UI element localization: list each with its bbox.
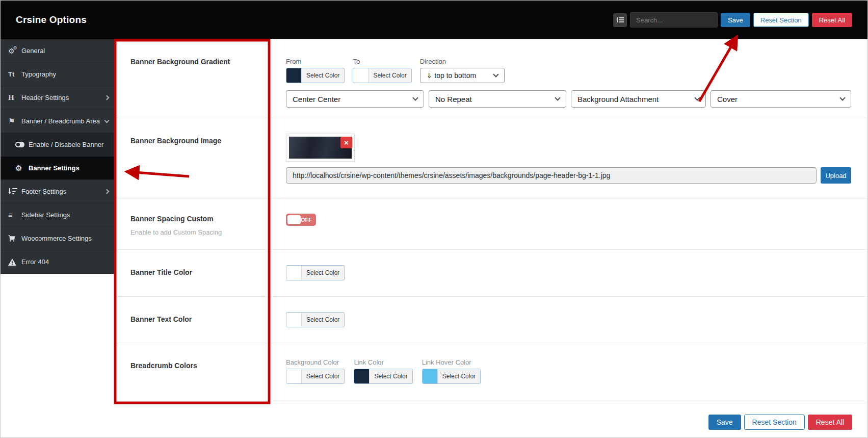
image-thumbnail: × — [286, 134, 355, 162]
chevron-right-icon — [104, 189, 110, 194]
chevron-down-icon — [412, 95, 418, 100]
color-swatch — [354, 369, 370, 383]
sidebar-item-header-settings[interactable]: H Header Settings — [1, 86, 115, 110]
background-attachment-select[interactable]: Background Attachment — [571, 90, 706, 108]
reset-all-button-bottom[interactable]: Reset All — [808, 415, 852, 430]
field-label: Banner Background Gradient — [130, 58, 286, 66]
chevron-right-icon — [104, 95, 110, 100]
chevron-down-icon — [493, 71, 498, 77]
selected-value: Background Attachment — [577, 95, 659, 104]
hamburger-lines-icon: ≡ — [8, 211, 21, 219]
row-breadcrumb-colors: Breadcrumb Colors Background Color Selec… — [115, 343, 867, 403]
banner-text-color-picker[interactable]: Select Color — [286, 312, 345, 327]
chevron-down-icon — [104, 118, 110, 123]
breadcrumb-color-groups: Background Color Select Color Link Color… — [286, 358, 851, 385]
sidebar-item-label: Footer Settings — [21, 188, 66, 195]
selected-value: Center Center — [293, 95, 340, 104]
gradient-to-group: To Select Color — [353, 58, 411, 85]
row-banner-background-gradient: Banner Background Gradient From Select C… — [115, 39, 867, 118]
toggle-knob — [287, 215, 301, 224]
color-swatch — [286, 313, 302, 327]
sub-field-label: Link Color — [354, 358, 412, 366]
gears-icon: ⚙⚙ — [8, 47, 21, 55]
gradient-from-group: From Select Color — [286, 58, 345, 85]
breadcrumb-link-hover-color-picker[interactable]: Select Color — [422, 369, 481, 384]
breadcrumb-link-color-picker[interactable]: Select Color — [354, 369, 412, 384]
sidebar-item-label: General — [21, 47, 45, 55]
gradient-from-color-picker[interactable]: Select Color — [286, 68, 345, 83]
breadcrumb-link-hover-color-group: Link Hover Color Select Color — [422, 358, 481, 385]
select-color-button: Select Color — [302, 313, 344, 327]
gradient-to-color-picker[interactable]: Select Color — [353, 68, 411, 83]
typography-icon: Tt — [8, 70, 21, 78]
field-label: Banner Text Color — [130, 315, 286, 323]
selected-value: No Repeat — [435, 95, 472, 104]
field-label: Breadcrumb Colors — [130, 362, 286, 370]
gradient-direction-select[interactable]: ⇓ top to bottom — [420, 68, 505, 83]
sidebar-item-error-404[interactable]: Error 404 — [1, 250, 115, 274]
reset-section-button-bottom[interactable]: Reset Section — [744, 415, 805, 430]
chevron-down-icon — [839, 95, 845, 100]
sidebar-item-label: Banner / Breadcrumb Area — [21, 117, 100, 125]
sub-field-label: Link Hover Color — [422, 358, 481, 366]
header-h-icon: H — [8, 93, 21, 102]
image-url-input[interactable] — [286, 167, 817, 184]
from-label: From — [286, 58, 345, 65]
color-swatch — [353, 68, 369, 83]
color-swatch — [286, 369, 302, 383]
search-input[interactable] — [630, 12, 718, 28]
sidebar-item-label: Header Settings — [21, 94, 69, 101]
field-label: Banner Title Color — [130, 268, 286, 276]
sidebar-item-label: Typography — [21, 70, 56, 78]
sidebar-item-general[interactable]: ⚙⚙ General — [1, 39, 115, 63]
row-banner-title-color: Banner Title Color Select Color — [115, 250, 867, 297]
reset-all-button-top[interactable]: Reset All — [812, 13, 852, 27]
sidebar-item-footer-settings[interactable]: Footer Settings — [1, 180, 115, 203]
breadcrumb-background-color-picker[interactable]: Select Color — [286, 369, 345, 384]
flag-icon: ⚑ — [8, 117, 21, 126]
upload-button[interactable]: Upload — [821, 167, 851, 184]
expand-options-button[interactable] — [613, 13, 627, 27]
select-color-button: Select Color — [370, 369, 412, 383]
image-url-row: Upload — [286, 167, 851, 184]
sidebar-item-enable-disable-banner[interactable]: Enable / Disabele Banner — [1, 133, 115, 157]
sidebar-item-typography[interactable]: Tt Typography — [1, 63, 115, 86]
row-banner-spacing-custom: Banner Spacing Custom Enable to add Cust… — [115, 198, 867, 250]
sidebar-item-sidebar-settings[interactable]: ≡ Sidebar Settings — [1, 203, 115, 227]
chevron-down-icon — [555, 95, 560, 100]
breadcrumb-background-color-group: Background Color Select Color — [286, 358, 345, 385]
banner-title-color-picker[interactable]: Select Color — [286, 265, 345, 280]
sidebar-item-woocommerce-settings[interactable]: Woocommerce Settings — [1, 227, 115, 250]
sidebar-item-label: Banner Settings — [29, 164, 80, 172]
background-option-selects: Center Center No Repeat Background Attac… — [286, 90, 851, 108]
background-size-select[interactable]: Cover — [711, 90, 851, 108]
select-color-button: Select Color — [302, 266, 344, 280]
remove-image-button[interactable]: × — [340, 137, 352, 148]
field-description: Enable to add Custom Spacing — [130, 228, 286, 236]
background-repeat-select[interactable]: No Repeat — [429, 90, 566, 108]
background-position-select[interactable]: Center Center — [286, 90, 424, 108]
save-button-top[interactable]: Save — [721, 13, 750, 27]
sidebar-item-label: Error 404 — [21, 258, 49, 266]
sidebar-item-label: Sidebar Settings — [21, 211, 70, 219]
sort-lines-icon — [8, 188, 21, 195]
color-swatch — [286, 68, 302, 83]
spacing-toggle[interactable]: OFF — [286, 214, 316, 226]
page-title: Crsine Options — [16, 14, 87, 25]
color-swatch — [286, 266, 302, 280]
gradient-direction-group: Direction ⇓ top to bottom — [420, 58, 505, 85]
to-label: To — [353, 58, 411, 65]
select-color-button: Select Color — [438, 369, 480, 383]
toggle-icon — [15, 142, 29, 147]
toggle-state-label: OFF — [301, 217, 312, 223]
row-banner-background-image: Banner Background Image × Upload — [115, 118, 867, 198]
save-button-bottom[interactable]: Save — [708, 415, 741, 430]
reset-section-button-top[interactable]: Reset Section — [753, 13, 809, 27]
sidebar-item-banner-breadcrumb-area[interactable]: ⚑ Banner / Breadcrumb Area — [1, 110, 115, 133]
field-label: Banner Spacing Custom — [130, 215, 286, 223]
select-color-button: Select Color — [302, 68, 344, 83]
cart-icon — [8, 235, 21, 242]
expand-options-icon — [617, 17, 624, 23]
sidebar-item-label: Enable / Disabele Banner — [29, 141, 103, 148]
sidebar-item-banner-settings[interactable]: ⚙ Banner Settings — [1, 157, 115, 180]
